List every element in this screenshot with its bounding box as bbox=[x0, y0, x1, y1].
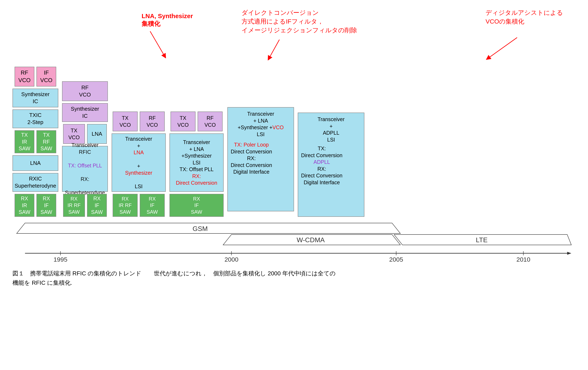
col-2010: Transceiver+ADPLLLSI TX:Direct Conversio… bbox=[298, 113, 364, 217]
svg-line-2 bbox=[488, 38, 517, 58]
annotations-area: LNA, Synthesizer集積化 ダイレクトコンバージョン 方式適用による… bbox=[12, 8, 576, 67]
txic-2step-box: TXIC2-Step bbox=[12, 109, 58, 128]
col-1995: RFVCO IFVCO SynthesizerIC TXIC2-Step TXI… bbox=[12, 67, 58, 217]
annotation-direct: ダイレクトコンバージョン 方式適用によるIFフィルタ， イメージリジェクションフ… bbox=[242, 8, 357, 35]
rx-if-saw-box: RXIFSAW bbox=[36, 194, 56, 217]
diagram-wrapper: RFVCO IFVCO SynthesizerIC TXIC2-Step TXI… bbox=[12, 67, 576, 217]
lna-box-1: LNA bbox=[12, 155, 58, 171]
rx-ir-rf-saw-box-2: RXIR RFSAW bbox=[113, 194, 138, 217]
main-diagram: RFVCO IFVCO SynthesizerIC TXIC2-Step TXI… bbox=[12, 67, 576, 217]
rf-vco-box-2: RFVCO bbox=[62, 81, 108, 101]
svg-text:2005: 2005 bbox=[389, 256, 403, 263]
caption-right: 世代が進むにつれ， 個別部品を集積化し 2000 年代中頃には全ての bbox=[154, 269, 336, 288]
rx-ir-saw-box: RXIRSAW bbox=[15, 194, 34, 217]
svg-line-0 bbox=[150, 31, 165, 56]
caption-fig-label: 図１ 携帯電話端末用 RFIC の集積化のトレンド bbox=[12, 270, 141, 277]
rx-if-saw-box-2: RXIFSAW bbox=[87, 194, 107, 217]
lna-box-2: LNA bbox=[87, 124, 107, 144]
rx-placeholder bbox=[227, 213, 294, 217]
transceiver-rfic-box: TransceiverRFIC TX: Offset PLL RX: Super… bbox=[62, 146, 108, 192]
caption-left: 図１ 携帯電話端末用 RFIC の集積化のトレンド 機能を RFIC に集積化. bbox=[12, 269, 141, 288]
timeline-area: GSM W-CDMA LTE 1995 2000 2005 2010 bbox=[12, 221, 576, 263]
rf-vco-box-3: RFVCO bbox=[140, 111, 165, 131]
svg-marker-3 bbox=[17, 223, 400, 233]
tx-ir-saw-box: TXIRSAW bbox=[15, 130, 34, 153]
caption-fig-desc: 機能を RFIC に集積化. bbox=[12, 280, 72, 286]
svg-text:LTE: LTE bbox=[476, 236, 487, 244]
caption-area: 図１ 携帯電話端末用 RFIC の集積化のトレンド 機能を RFIC に集積化.… bbox=[12, 269, 576, 288]
annotation-lna: LNA, Synthesizer集積化 bbox=[142, 12, 193, 28]
tx-vco-box-4: TXVCO bbox=[170, 111, 196, 131]
transceiver-lna-synth-box: Transceiver + LNA +Synthesizer LSI bbox=[112, 133, 166, 192]
transceiver-lna-synth-2-box: Transceiver + LNA +Synthesizer LSI TX: O… bbox=[169, 133, 224, 192]
rx-ir-rf-saw-box: RXIR RFSAW bbox=[63, 194, 85, 217]
svg-text:1995: 1995 bbox=[53, 256, 67, 263]
svg-text:W-CDMA: W-CDMA bbox=[297, 236, 325, 244]
timeline-svg: GSM W-CDMA LTE 1995 2000 2005 2010 bbox=[12, 221, 576, 263]
col-1998: TXVCO RFVCO Transceiver + LNA +Synthesiz… bbox=[112, 111, 166, 217]
main-container: LNA, Synthesizer集積化 ダイレクトコンバージョン 方式適用による… bbox=[12, 8, 576, 288]
rf-vco-box-4: RFVCO bbox=[198, 111, 223, 131]
svg-text:2010: 2010 bbox=[516, 256, 530, 263]
svg-marker-10 bbox=[567, 252, 571, 255]
synthesizer-ic-box-2: SynthesizerIC bbox=[62, 103, 108, 122]
col-2000: TXVCO RFVCO Transceiver + LNA +Synthesiz… bbox=[169, 111, 224, 217]
tx-vco-box-2: TXVCO bbox=[63, 124, 85, 144]
rx-if-saw-box-3: RXIFSAW bbox=[140, 194, 165, 217]
annotation-digital: ディジタルアシストによる VCOの集積化 bbox=[485, 8, 563, 26]
tx-rf-saw-box: TXRFSAW bbox=[36, 130, 56, 153]
rx-if-saw-box-4: RXIFSAW bbox=[169, 194, 224, 217]
col-2005: Transceiver+ LNA+Synthesizer +VCOLSI TX:… bbox=[227, 107, 294, 217]
tx-vco-box-3: TXVCO bbox=[113, 111, 138, 131]
caption-right-text: 世代が進むにつれ， 個別部品を集積化し 2000 年代中頃には全ての bbox=[154, 270, 336, 277]
if-vco-box-1: IFVCO bbox=[36, 67, 56, 87]
rf-vco-box-1: RFVCO bbox=[15, 67, 34, 87]
svg-text:GSM: GSM bbox=[193, 225, 208, 232]
svg-line-1 bbox=[269, 40, 279, 58]
col-late1990s: RFVCO SynthesizerIC TXVCO LNA Transceive… bbox=[62, 81, 108, 217]
synthesizer-ic-box: SynthesizerIC bbox=[12, 89, 58, 107]
rxic-superheterodyne-box: RXICSuperheterodyne bbox=[12, 173, 58, 192]
transceiver-lna-synth-vco-box: Transceiver+ LNA+Synthesizer +VCOLSI TX:… bbox=[227, 107, 294, 211]
svg-text:2000: 2000 bbox=[224, 256, 238, 263]
transceiver-adpll-box: Transceiver+ADPLLLSI TX:Direct Conversio… bbox=[298, 113, 364, 217]
